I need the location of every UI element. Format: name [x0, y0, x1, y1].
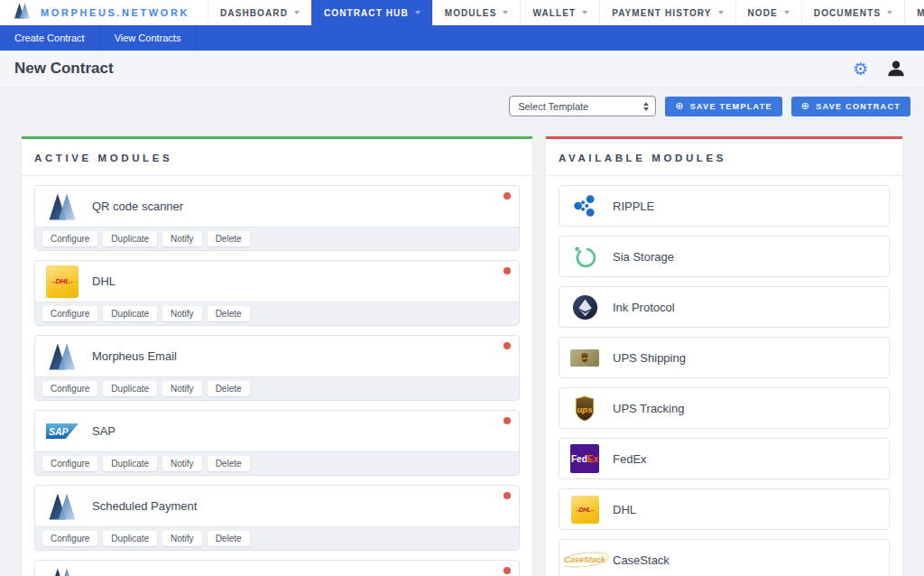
- module-name: DHL: [92, 274, 116, 288]
- main-content: ACTIVE MODULES QR code scannerConfigureD…: [0, 125, 924, 576]
- duplicate-button[interactable]: Duplicate: [103, 381, 157, 396]
- save-contract-button[interactable]: SAVE CONTRACT: [791, 97, 910, 116]
- configure-button[interactable]: Configure: [42, 231, 97, 246]
- available-module-card-sia-storage[interactable]: Sia Storage: [559, 236, 890, 277]
- notify-button[interactable]: Notify: [162, 531, 202, 546]
- module-name: UPS Tracking: [613, 402, 684, 415]
- chevron-down-icon: [718, 11, 724, 14]
- nav-item-modules[interactable]: MODULES: [432, 0, 521, 25]
- dhl-logo-icon: DHL: [46, 265, 79, 298]
- active-modules-panel: ACTIVE MODULES QR code scannerConfigureD…: [22, 136, 532, 576]
- nav-item-node[interactable]: NODE: [735, 0, 801, 25]
- module-card-actions: ConfigureDuplicateNotifyDelete: [35, 376, 519, 400]
- available-module-card-ups-tracking[interactable]: upsUPS Tracking: [559, 387, 890, 429]
- chevron-down-icon: [415, 11, 420, 14]
- chevron-down-icon: [294, 11, 300, 14]
- module-card-body: SAPSAP: [35, 411, 519, 451]
- duplicate-button[interactable]: Duplicate: [103, 531, 157, 546]
- settings-gear-icon[interactable]: [853, 60, 868, 78]
- active-module-card-morpheus-sms: Morpheus SMSConfigureDuplicateNotifyDele…: [34, 560, 520, 576]
- ink-logo-icon: [568, 294, 601, 321]
- nav-item-wallet[interactable]: WALLET: [520, 0, 599, 25]
- nav-item-messages[interactable]: MESSAGES: [904, 0, 924, 25]
- module-name: RIPPLE: [613, 200, 654, 213]
- available-module-card-dhl[interactable]: DHLDHL: [559, 488, 890, 530]
- nav-items: DASHBOARDCONTRACT HUBMODULESWALLETPAYMEN…: [208, 0, 924, 25]
- module-name: DHL: [613, 503, 636, 516]
- dhl-logo-icon: DHL: [568, 496, 601, 524]
- template-select[interactable]: Select Template: [509, 96, 656, 116]
- notify-button[interactable]: Notify: [162, 231, 202, 246]
- duplicate-button[interactable]: Duplicate: [103, 231, 157, 246]
- configure-button[interactable]: Configure: [42, 306, 97, 321]
- nav-item-label: MODULES: [445, 8, 497, 18]
- available-module-card-fedex[interactable]: FedExFedEx: [559, 438, 890, 479]
- delete-button[interactable]: Delete: [208, 456, 250, 471]
- save-template-button[interactable]: SAVE TEMPLATE: [665, 97, 782, 116]
- available-modules-panel: AVAILABLE MODULES RIPPLE Sia Storage Ink…: [546, 136, 902, 576]
- available-module-card-casestack[interactable]: CaseStackCaseStack: [559, 539, 890, 576]
- module-name: FedEx: [613, 452, 647, 466]
- module-name: Ink Protocol: [613, 301, 675, 314]
- configure-button[interactable]: Configure: [42, 381, 97, 396]
- plus-circle-icon: [801, 100, 811, 112]
- nav-item-dashboard[interactable]: DASHBOARD: [208, 0, 311, 25]
- brand[interactable]: MORPHEUS.NETWORK: [0, 0, 189, 25]
- module-name: CaseStack: [613, 553, 670, 567]
- subnav-item-label: Create Contract: [14, 33, 85, 43]
- select-stepper-icon: [643, 102, 649, 111]
- ups-shipping-logo-icon: ups: [568, 349, 601, 367]
- notify-button[interactable]: Notify: [162, 306, 202, 321]
- sia-logo-icon: [568, 244, 601, 270]
- available-module-card-ups-shipping[interactable]: upsUPS Shipping: [559, 337, 890, 378]
- status-dot: [504, 492, 511, 499]
- nav-item-label: DOCUMENTS: [814, 8, 881, 18]
- module-card-body: Morpheus SMS: [35, 561, 519, 576]
- module-name: Morpheus Email: [92, 349, 177, 363]
- morpheus-logo-icon: [46, 566, 79, 576]
- subnav-item-create-contract[interactable]: Create Contract: [0, 25, 100, 51]
- module-card-body: QR code scanner: [35, 186, 519, 227]
- subnav-item-view-contracts[interactable]: View Contracts: [100, 25, 197, 51]
- available-module-card-ripple[interactable]: RIPPLE: [559, 185, 890, 227]
- module-name: SAP: [92, 424, 116, 438]
- module-name: QR code scanner: [92, 200, 183, 213]
- nav-item-label: MESSAGES: [917, 8, 924, 18]
- chevron-down-icon: [784, 11, 790, 14]
- active-module-card-sap: SAPSAPConfigureDuplicateNotifyDelete: [34, 410, 520, 476]
- plus-circle-icon: [675, 100, 685, 112]
- configure-button[interactable]: Configure: [42, 531, 97, 546]
- notify-button[interactable]: Notify: [162, 381, 202, 396]
- top-nav: MORPHEUS.NETWORK DASHBOARDCONTRACT HUBMO…: [0, 0, 924, 25]
- module-card-actions: ConfigureDuplicateNotifyDelete: [35, 302, 519, 325]
- user-avatar-icon[interactable]: [886, 59, 906, 79]
- duplicate-button[interactable]: Duplicate: [103, 306, 157, 321]
- brand-name: MORPHEUS.NETWORK: [41, 7, 189, 18]
- delete-button[interactable]: Delete: [208, 531, 250, 546]
- available-modules-list: RIPPLE Sia Storage Ink Protocol upsUPS S…: [546, 176, 902, 576]
- duplicate-button[interactable]: Duplicate: [103, 456, 157, 471]
- morpheus-logo-icon: [12, 2, 41, 23]
- ripple-logo-icon: [568, 193, 601, 218]
- module-card-actions: ConfigureDuplicateNotifyDelete: [35, 526, 519, 550]
- header-icons: [853, 59, 906, 79]
- delete-button[interactable]: Delete: [208, 306, 250, 321]
- nav-item-payment-history[interactable]: PAYMENT HISTORY: [599, 0, 735, 25]
- nav-item-contract-hub[interactable]: CONTRACT HUB: [311, 0, 432, 25]
- delete-button[interactable]: Delete: [208, 231, 250, 246]
- nav-item-label: CONTRACT HUB: [324, 8, 409, 18]
- configure-button[interactable]: Configure: [42, 456, 97, 471]
- chevron-down-icon: [503, 11, 508, 14]
- status-dot: [504, 267, 511, 274]
- nav-item-documents[interactable]: DOCUMENTS: [801, 0, 904, 25]
- delete-button[interactable]: Delete: [208, 381, 250, 396]
- module-card-body: Scheduled Payment: [35, 486, 519, 526]
- module-name: UPS Shipping: [613, 351, 686, 365]
- active-module-card-qr-code-scanner: QR code scannerConfigureDuplicateNotifyD…: [34, 185, 520, 251]
- available-module-card-ink-protocol[interactable]: Ink Protocol: [559, 286, 890, 328]
- svg-text:ups: ups: [581, 356, 588, 360]
- notify-button[interactable]: Notify: [162, 456, 202, 471]
- sub-nav: Create ContractView Contracts: [0, 25, 924, 51]
- status-dot: [504, 342, 511, 349]
- nav-item-label: NODE: [748, 8, 778, 18]
